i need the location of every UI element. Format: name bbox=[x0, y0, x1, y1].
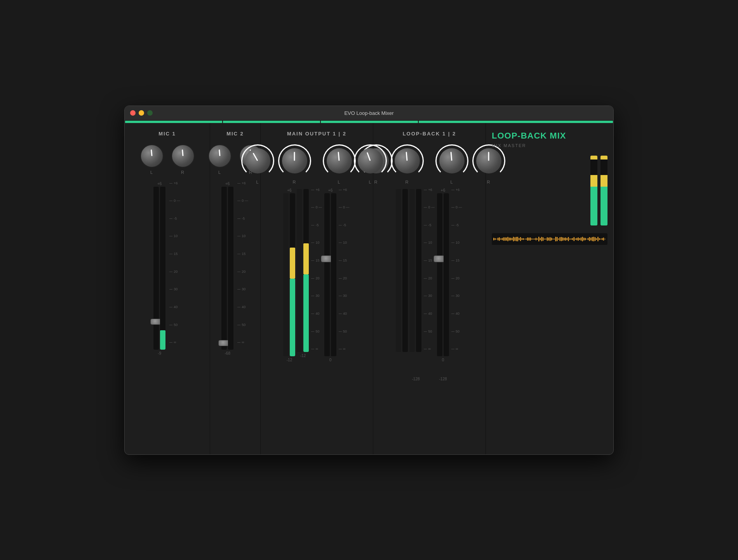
svg-rect-9 bbox=[506, 238, 507, 241]
loopback-fader2-track[interactable] bbox=[409, 189, 415, 352]
scale-5: -5 bbox=[169, 217, 180, 220]
loopback-knob1-r-ring[interactable] bbox=[391, 144, 424, 177]
svg-rect-72 bbox=[595, 237, 595, 241]
loopback-fader-3: +6 0 bbox=[437, 188, 449, 362]
loopmix-waveform bbox=[492, 233, 607, 245]
svg-rect-43 bbox=[554, 238, 555, 239]
mic1-knob-row: L R bbox=[140, 144, 195, 175]
loopmix-meter-r-teal bbox=[600, 187, 607, 225]
loopmix-meter-l-teal bbox=[590, 187, 597, 225]
svg-rect-4 bbox=[499, 237, 500, 241]
main-knob2-l-ring[interactable] bbox=[323, 144, 356, 177]
loopback-knob2-l-container: L bbox=[435, 144, 468, 184]
svg-rect-71 bbox=[593, 237, 594, 241]
loopback-knob2-l[interactable] bbox=[439, 148, 465, 173]
scale-inf: ∞ bbox=[169, 341, 180, 344]
mic1-knob-r[interactable] bbox=[171, 144, 195, 168]
loopmix-label: LOOP-BACK MIX bbox=[492, 131, 607, 141]
loopback-val1: -128 bbox=[412, 377, 419, 381]
loopback-fader3-track[interactable] bbox=[437, 193, 442, 356]
main-knob1-r-ring[interactable] bbox=[278, 144, 311, 177]
loopback-fader1-tracks bbox=[396, 189, 408, 352]
mic1-label: MIC 1 bbox=[158, 131, 176, 137]
svg-rect-74 bbox=[597, 237, 598, 241]
svg-rect-75 bbox=[599, 238, 600, 239]
svg-rect-41 bbox=[551, 238, 552, 240]
svg-rect-50 bbox=[564, 238, 564, 240]
loopback-fader-section: +6 0 — -5 10 15 20 30 40 50 ∞ +6 bbox=[396, 188, 463, 374]
main-fader1-value: -12 bbox=[287, 358, 292, 362]
svg-rect-27 bbox=[531, 238, 532, 239]
scale-10: 10 bbox=[169, 234, 180, 238]
loopback-knob1-r-container: R bbox=[391, 144, 424, 184]
main-knob1-r-container: R bbox=[278, 144, 311, 184]
mic1-fader-col: +6 -9 bbox=[153, 182, 165, 355]
svg-rect-70 bbox=[592, 237, 593, 241]
maximize-button[interactable] bbox=[147, 110, 153, 116]
svg-rect-63 bbox=[582, 237, 583, 241]
scale-15: 15 bbox=[169, 252, 180, 256]
svg-rect-61 bbox=[579, 238, 580, 239]
loopback-knob-group1: L R bbox=[354, 144, 424, 184]
main-fader-1: +6 -12 bbox=[283, 188, 295, 362]
svg-rect-7 bbox=[503, 237, 504, 240]
mic1-knob-l[interactable] bbox=[140, 144, 164, 168]
svg-rect-42 bbox=[552, 238, 553, 239]
main-label: MAIN OUTPUT 1 | 2 bbox=[287, 131, 346, 137]
main-knob-group1: L R bbox=[241, 144, 311, 184]
mic1-meter-fill bbox=[160, 330, 165, 350]
main-meter2-teal bbox=[303, 274, 309, 352]
svg-rect-46 bbox=[558, 238, 559, 239]
window-title: EVO Loop-back Mixer bbox=[344, 110, 393, 116]
mic2-fader-value: -68 bbox=[225, 351, 230, 355]
loopback-knob1-r[interactable] bbox=[395, 148, 420, 173]
loopback-meter1 bbox=[402, 189, 408, 352]
main-knob2-l-container: L bbox=[323, 144, 356, 184]
loopback-label: LOOP-BACK 1 | 2 bbox=[403, 131, 456, 137]
mic1-top-mark: +6 bbox=[157, 182, 162, 186]
svg-rect-44 bbox=[555, 237, 556, 241]
mic1-fader-track[interactable] bbox=[153, 187, 159, 350]
svg-rect-24 bbox=[527, 237, 528, 240]
svg-rect-68 bbox=[589, 237, 590, 241]
mic2-fader-track[interactable] bbox=[221, 187, 227, 350]
svg-rect-58 bbox=[575, 238, 576, 239]
main-knob1-r[interactable] bbox=[282, 148, 307, 173]
main-fader2-track[interactable] bbox=[297, 189, 302, 352]
main-knob1-l-ring[interactable] bbox=[241, 144, 274, 177]
svg-rect-69 bbox=[590, 238, 591, 240]
channel-loopback: LOOP-BACK 1 | 2 L bbox=[373, 123, 486, 454]
mic2-knob-l-container: L bbox=[208, 144, 231, 175]
svg-rect-64 bbox=[583, 238, 584, 240]
svg-rect-47 bbox=[559, 237, 560, 241]
loopback-meter2 bbox=[416, 189, 421, 352]
main-fader1-track[interactable] bbox=[283, 193, 289, 356]
loopback-val2: -128 bbox=[439, 377, 447, 381]
loopback-knob1-l[interactable] bbox=[358, 148, 383, 173]
main-fader-section: +6 -12 bbox=[283, 188, 350, 374]
svg-rect-40 bbox=[550, 237, 550, 241]
loopmix-meter-l-clip bbox=[590, 156, 597, 160]
loopback-fader-1 bbox=[396, 188, 408, 352]
channel-loopmix: LOOP-BACK MIX MIX MASTER bbox=[486, 123, 613, 454]
minimize-button[interactable] bbox=[139, 110, 144, 116]
loopback-knob1-l-ring[interactable] bbox=[354, 144, 387, 177]
svg-rect-11 bbox=[509, 238, 510, 240]
mic1-meter bbox=[160, 187, 165, 350]
main-knob2-l[interactable] bbox=[327, 148, 352, 173]
svg-rect-17 bbox=[517, 237, 518, 241]
loopback-knob2-l-ring[interactable] bbox=[435, 144, 468, 177]
svg-rect-39 bbox=[548, 238, 549, 241]
svg-rect-77 bbox=[602, 238, 602, 240]
loopback-scale: +6 0 — -5 10 15 20 30 40 50 ∞ bbox=[423, 188, 435, 351]
svg-rect-25 bbox=[529, 238, 529, 240]
main-knob1-l[interactable] bbox=[245, 148, 270, 173]
main-fader3-track[interactable] bbox=[324, 193, 330, 356]
main-content: MIC 1 L R +6 bbox=[125, 123, 613, 454]
mic2-knob-l[interactable] bbox=[208, 144, 231, 168]
svg-rect-62 bbox=[581, 238, 581, 241]
svg-rect-8 bbox=[505, 237, 505, 241]
close-button[interactable] bbox=[130, 110, 136, 116]
svg-rect-56 bbox=[572, 238, 573, 240]
loopback-fader1-track[interactable] bbox=[396, 189, 401, 352]
